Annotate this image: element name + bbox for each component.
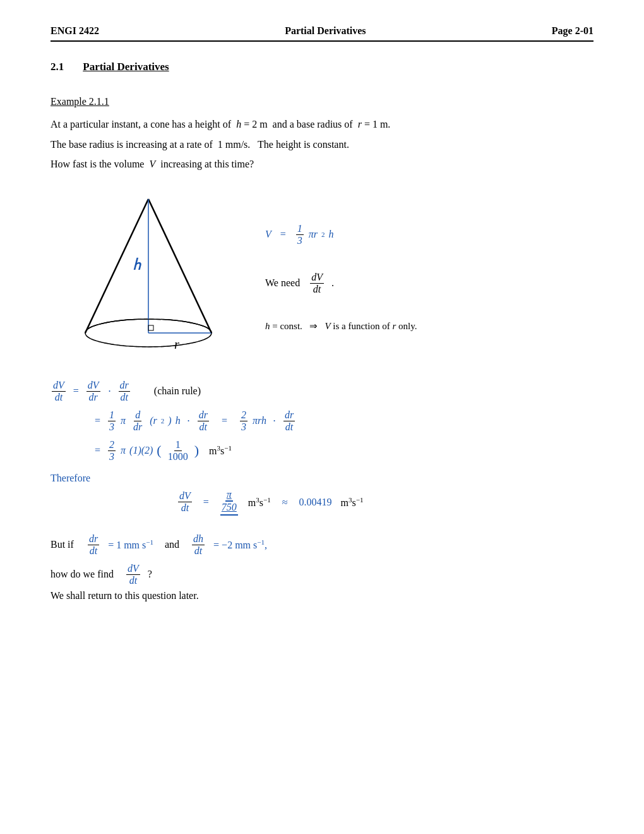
chain-line-3: = 2 3 π (1)(2) ( 1 1000 ) m3s−1 <box>95 439 593 462</box>
section-number: 2.1 <box>51 61 64 73</box>
diagram-section: ḣ r V = 1 3 πr2h <box>51 188 593 367</box>
h-const-line: h = const. ⇒ V is a function of r only. <box>265 320 593 332</box>
one-third-frac: 1 3 <box>296 223 304 246</box>
return-line: We shall return to this question later. <box>51 590 593 601</box>
page: ENGI 2422 Partial Derivatives Page 2-01 … <box>0 0 644 834</box>
course-code: ENGI 2422 <box>51 25 99 37</box>
chain-rule-block: dV dt = dV dr ⋅ dr dt (chain rule) = 1 3… <box>51 380 593 462</box>
svg-rect-5 <box>148 325 153 330</box>
we-need-line: We need dV dt . <box>265 272 593 295</box>
therefore-equation: dV dt = π 750 m3s−1 ≈ 0.00419 m3s−1 <box>177 489 593 516</box>
section-title: Partial Derivatives <box>83 61 169 73</box>
but-if-section: But if dr dt = 1 mm s−1 and dh dt = −2 m… <box>51 533 593 601</box>
intro-line2: The base radius is increasing at a rate … <box>51 136 593 153</box>
intro-line3: How fast is the volume V increasing at t… <box>51 156 593 172</box>
chain-line-1: dV dt = dV dr ⋅ dr dt (chain rule) <box>51 380 593 403</box>
intro-line1: At a particular instant, a cone has a he… <box>51 116 593 133</box>
svg-line-3 <box>148 199 212 333</box>
svg-text:r: r <box>174 337 179 351</box>
page-topic: Partial Derivatives <box>285 25 366 37</box>
svg-text:ḣ: ḣ <box>133 257 142 272</box>
chain-line-2: = 1 3 π d dr (r2) h ⋅ dr dt = 2 <box>95 409 593 433</box>
diagram-formulas: V = 1 3 πr2h We need dV dt . h = co <box>246 219 593 335</box>
volume-formula: V = 1 3 πr2h <box>265 223 593 246</box>
how-do-we-find-line: how do we find dV dt ? <box>51 563 593 586</box>
but-if-line: But if dr dt = 1 mm s−1 and dh dt = −2 m… <box>51 533 593 557</box>
example-label: Example 2.1.1 <box>51 96 593 107</box>
cone-diagram: ḣ r <box>51 188 246 367</box>
dVdt-frac: dV dt <box>310 272 324 295</box>
therefore-label: Therefore <box>51 473 593 484</box>
page-number: Page 2-01 <box>552 25 593 37</box>
page-header: ENGI 2422 Partial Derivatives Page 2-01 <box>51 25 593 42</box>
